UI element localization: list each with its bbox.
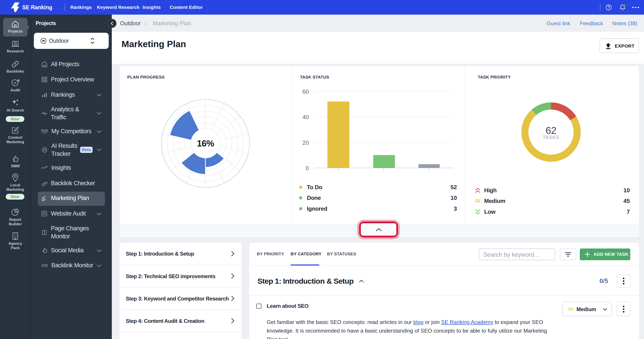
svg-text:16%: 16% (197, 138, 214, 148)
svg-text:TASKS: TASKS (542, 135, 560, 140)
svg-text:20: 20 (302, 139, 309, 146)
svg-text:60: 60 (302, 88, 309, 95)
svg-text:40: 40 (302, 114, 309, 120)
svg-text:0: 0 (306, 165, 309, 171)
svg-text:62: 62 (546, 125, 556, 136)
